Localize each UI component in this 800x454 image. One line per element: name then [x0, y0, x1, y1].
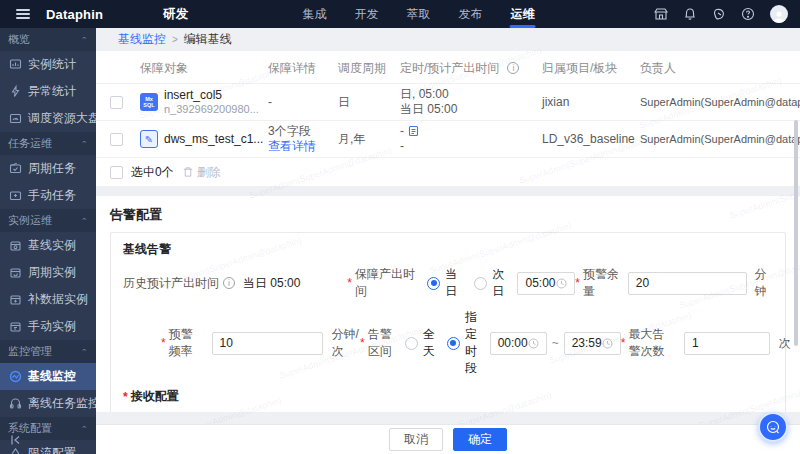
- nav-extract[interactable]: 萃取: [407, 0, 431, 28]
- sidebar-item-manual-instance[interactable]: 手动实例: [0, 313, 96, 340]
- scroll-content: 保障对象 保障详情 调度周期 定时/预计产出时间i 归属项目/板块 负责人 操作…: [96, 51, 800, 424]
- detail-cell: 3个字段 查看详情: [268, 124, 338, 154]
- support-chat-button[interactable]: [758, 412, 788, 442]
- sidebar-item-backfill-instance[interactable]: 补数据实例: [0, 286, 96, 313]
- manual-instance-icon: [9, 320, 22, 333]
- receiver-config-label: * 接收配置: [123, 388, 773, 405]
- sidebar-item-cycle-task[interactable]: 周期任务: [0, 155, 96, 182]
- bell-icon[interactable]: [683, 7, 697, 21]
- max-count-unit: 次: [778, 335, 790, 352]
- nav-develop[interactable]: 开发: [355, 0, 379, 28]
- menu-icon[interactable]: [16, 9, 30, 19]
- radio-time-range[interactable]: 指定时段: [447, 309, 482, 377]
- owner-cell: SuperAdmin(SuperAdmin@dataphin): [640, 132, 800, 147]
- radio-next-day[interactable]: 次日: [474, 266, 509, 300]
- margin-label: 预警余量: [583, 266, 620, 300]
- cycle-task-icon: [9, 162, 22, 175]
- sidebar-item-instance-stats[interactable]: 实例统计: [0, 51, 96, 78]
- guarantee-table-card: 保障对象 保障详情 调度周期 定时/预计产出时间i 归属项目/板块 负责人 操作…: [96, 51, 800, 186]
- receiver-header-row: 接收人 接收人详情 接收方式 操作: [123, 407, 773, 412]
- range-start-input[interactable]: 00:00: [490, 332, 547, 355]
- object-name[interactable]: insert_col5: [164, 88, 259, 102]
- view-detail-link[interactable]: 查看详情: [268, 139, 338, 154]
- breadcrumb-separator: >: [172, 34, 178, 45]
- sidebar-item-resource-dashboard[interactable]: 调度资源大盘: [0, 105, 96, 132]
- sidebar-item-manual-task[interactable]: 手动任务: [0, 182, 96, 209]
- range-label: 告警区间: [368, 326, 393, 360]
- col-detail: 保障详情: [268, 60, 338, 77]
- offline-monitor-icon: [9, 397, 22, 410]
- sidebar-group-overview[interactable]: 概览⌃: [0, 28, 96, 51]
- maxcompute-sql-icon: MxSQL: [140, 93, 158, 111]
- table-row: ✎ dws_ms_test_c1... 3个字段 查看详情 月,年 - -: [96, 121, 800, 158]
- stats-icon: [9, 58, 22, 71]
- history-time-value: 当日 05:00: [243, 275, 300, 292]
- sidebar-collapse-icon[interactable]: [9, 434, 22, 449]
- margin-input[interactable]: 20: [628, 272, 747, 295]
- sidebar-item-baseline-instance[interactable]: 基线实例: [0, 232, 96, 259]
- row-checkbox[interactable]: [110, 133, 123, 146]
- col-owner: 负责人: [640, 60, 800, 77]
- row-checkbox[interactable]: [110, 96, 123, 109]
- chevron-up-icon: ⌃: [80, 217, 88, 225]
- time-cell: 日, 05:00 当日 05:00: [400, 87, 542, 117]
- cancel-button[interactable]: 取消: [389, 428, 443, 451]
- script-node-icon: ✎: [140, 130, 158, 148]
- breadcrumb-parent[interactable]: 基线监控: [118, 31, 166, 48]
- alert-config-title: 告警配置: [110, 206, 786, 224]
- breadcrumb-current: 编辑基线: [184, 31, 232, 48]
- nav-integration[interactable]: 集成: [303, 0, 327, 28]
- sidebar-item-cycle-instance[interactable]: 周期实例: [0, 259, 96, 286]
- project-cell: jixian: [542, 95, 640, 110]
- select-all-checkbox[interactable]: [110, 166, 123, 179]
- output-time-input[interactable]: 05:00: [517, 272, 575, 295]
- col-time: 定时/预计产出时间i: [400, 60, 542, 77]
- batch-delete-button[interactable]: 删除: [182, 164, 221, 181]
- table-header-row: 保障对象 保障详情 调度周期 定时/预计产出时间i 归属项目/板块 负责人 操作: [96, 51, 800, 84]
- info-icon[interactable]: i: [507, 62, 519, 74]
- project-cell: LD_v36_baseline: [542, 132, 640, 147]
- object-name[interactable]: dws_ms_test_c1...: [164, 132, 263, 146]
- owner-cell: SuperAdmin(SuperAdmin@dataphin): [640, 95, 800, 110]
- selected-count: 选中0个: [131, 164, 174, 181]
- user-avatar[interactable]: [770, 5, 788, 23]
- col-receiver: 接收人: [123, 411, 368, 412]
- sidebar-item-baseline-monitor[interactable]: 基线监控: [0, 363, 96, 390]
- sidebar-item-offline-task-monitor[interactable]: 离线任务监控: [0, 390, 96, 417]
- vertical-scrollbar[interactable]: [794, 120, 798, 346]
- calendar-doc-icon[interactable]: [408, 125, 419, 137]
- clock-icon: [528, 338, 539, 349]
- baseline-alert-title: 基线告警: [123, 241, 773, 258]
- delete-icon: [182, 166, 194, 178]
- radio-same-day[interactable]: 当日: [427, 266, 462, 300]
- max-count-input[interactable]: 1: [684, 332, 770, 355]
- cycle-instance-icon: [9, 266, 22, 279]
- radio-all-day[interactable]: 全天: [405, 326, 435, 360]
- nav-operations[interactable]: 运维: [511, 0, 535, 28]
- col-project: 归属项目/板块: [542, 60, 640, 77]
- nav-publish[interactable]: 发布: [459, 0, 483, 28]
- detail-cell: -: [268, 95, 338, 110]
- max-count-label: 最大告警次数: [628, 326, 676, 360]
- info-icon[interactable]: i: [223, 277, 235, 289]
- sidebar-group-instance-ops[interactable]: 实例运维⌃: [0, 209, 96, 232]
- service-icon[interactable]: [712, 7, 726, 21]
- help-icon[interactable]: [741, 7, 755, 21]
- col-cycle: 调度周期: [338, 60, 400, 77]
- workspace-label[interactable]: 研发: [163, 6, 188, 23]
- confirm-button[interactable]: 确定: [453, 428, 507, 451]
- sidebar-group-monitor[interactable]: 监控管理⌃: [0, 340, 96, 363]
- breadcrumb: 基线监控 > 编辑基线: [96, 28, 800, 51]
- cycle-cell: 月,年: [338, 132, 400, 147]
- lightning-icon: [9, 85, 22, 98]
- time-cell: - -: [400, 124, 542, 154]
- dashboard-icon: [9, 112, 22, 125]
- footer-bar: 取消 确定: [96, 424, 800, 454]
- freq-input[interactable]: 10: [212, 332, 324, 355]
- range-end-input[interactable]: 23:59: [564, 332, 621, 355]
- chevron-up-icon: ⌃: [80, 425, 88, 433]
- shop-icon[interactable]: [654, 7, 668, 21]
- sidebar-group-task-ops[interactable]: 任务运维⌃: [0, 132, 96, 155]
- sidebar-item-exception-stats[interactable]: 异常统计: [0, 78, 96, 105]
- chevron-up-icon: ⌃: [80, 140, 88, 148]
